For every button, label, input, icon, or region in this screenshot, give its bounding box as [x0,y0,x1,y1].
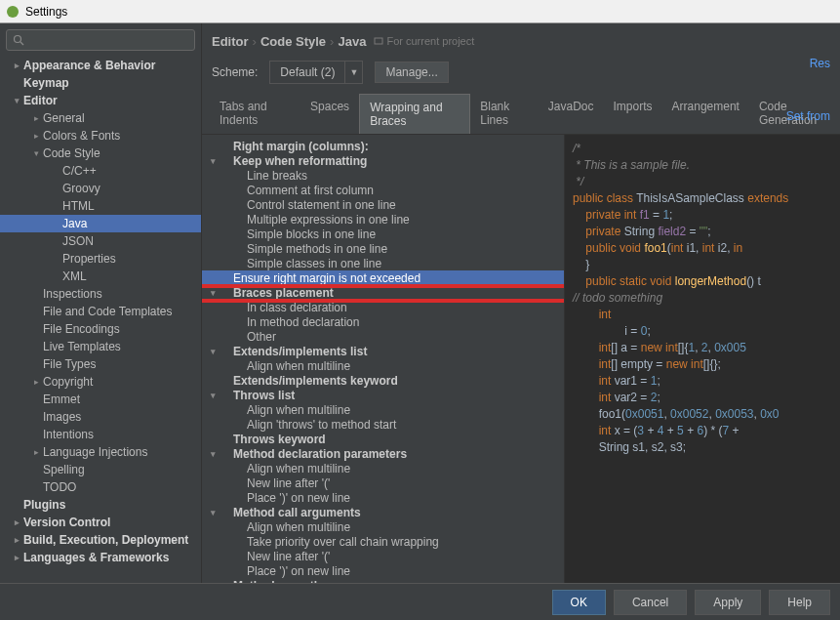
option-label: Keep when reformatting [233,154,367,168]
breadcrumb: Editor › Code Style › Java For current p… [202,23,840,55]
crumb-editor[interactable]: Editor [212,34,249,49]
option-row[interactable]: Simple methods in one line [202,241,564,256]
option-row[interactable]: Simple blocks in one line [202,227,564,241]
tree-item[interactable]: ▾Editor [0,92,201,109]
tree-item[interactable]: C/C++ [0,162,201,180]
tree-item[interactable]: HTML [0,197,201,215]
search-input[interactable] [6,29,195,51]
crumb-codestyle[interactable]: Code Style [260,34,326,49]
tree-item-label: Code Style [43,146,100,160]
option-row[interactable]: ▾Keep when reformatting [202,153,564,168]
tree-item[interactable]: File and Code Templates [0,303,201,320]
option-row[interactable]: OtherEnd of line [202,329,564,344]
option-row[interactable]: In class declarationEnd of line [202,300,564,314]
option-row[interactable]: Extends/implements keywordDo not wrap [202,373,564,388]
option-row[interactable]: Simple classes in one line [202,256,564,270]
tree-item-label: File Encodings [43,322,120,336]
code-line: // todo something [573,290,840,307]
option-row[interactable]: Align when multiline [202,358,564,373]
tree-item[interactable]: ▸Languages & Frameworks [0,549,201,566]
tree-item[interactable]: ▸General [0,109,201,127]
tree-item[interactable]: XML [0,268,201,285]
manage-button[interactable]: Manage... [375,62,448,83]
option-row[interactable]: Comment at first column [202,183,564,197]
tree-item[interactable]: TODO [0,478,201,496]
tree-item[interactable]: Properties [0,250,201,268]
option-row[interactable]: Align when multiline [202,461,564,475]
code-line: public void foo1(int i1, int i2, in [573,240,840,257]
option-label: Multiple expressions in one line [247,213,410,227]
tree-item[interactable]: JSON [0,232,201,250]
tree-item[interactable]: Images [0,408,201,426]
cancel-button[interactable]: Cancel [614,590,687,615]
scheme-select[interactable]: Default (2) ▼ [269,61,363,84]
tree-item[interactable]: Keymap [0,74,201,92]
option-label: Method parentheses [233,579,347,584]
scheme-label: Scheme: [212,65,258,79]
ok-button[interactable]: OK [552,590,606,615]
tree-item[interactable]: Intentions [0,426,201,443]
tree-item[interactable]: ▸Copyright [0,373,201,391]
option-row[interactable]: Right margin (columns):Default (General) [202,139,564,153]
option-label: Method call arguments [233,506,361,519]
settings-tree[interactable]: ▸Appearance & BehaviorKeymap▾Editor▸Gene… [0,57,201,583]
tree-item[interactable]: Groovy [0,180,201,197]
tree-item[interactable]: File Types [0,355,201,373]
option-row[interactable]: New line after '(' [202,549,564,563]
option-row[interactable]: Place ')' on new line [202,563,564,578]
option-row[interactable]: ▾Method parentheses [202,578,564,583]
option-row[interactable]: Throws keywordDo not wrap [202,432,564,446]
help-button[interactable]: Help [769,590,830,615]
tab[interactable]: Spaces [300,94,359,134]
expand-icon: ▸ [12,535,21,545]
tab[interactable]: Blank Lines [470,94,539,134]
options-list[interactable]: Right margin (columns):Default (General)… [202,135,565,583]
expand-icon: ▾ [208,449,218,459]
tree-item[interactable]: File Encodings [0,320,201,338]
option-row[interactable]: ▾Braces placement [202,285,564,300]
apply-button[interactable]: Apply [695,590,761,615]
option-row[interactable]: ▾Method declaration parametersDo not wra… [202,446,564,461]
code-line: int[] empty = new int[]{}; [573,356,840,373]
expand-icon: ▾ [12,96,21,105]
tab[interactable]: Imports [604,94,662,134]
tree-item[interactable]: ▸Appearance & Behavior [0,57,201,74]
tree-item[interactable]: Emmet [0,391,201,408]
tree-item[interactable]: Inspections [0,285,201,303]
set-from-link[interactable]: Set from [786,109,830,123]
option-row[interactable]: ▾Method call argumentsDo not wrap [202,505,564,519]
option-row[interactable]: Align when multiline [202,519,564,534]
tree-item[interactable]: ▸Language Injections [0,443,201,461]
tree-item[interactable]: ▾Code Style [0,145,201,162]
tree-item-label: Intentions [43,428,94,441]
option-row[interactable]: Place ')' on new line [202,490,564,505]
tab-bar: Tabs and IndentsSpacesWrapping and Brace… [202,94,840,135]
tree-item[interactable]: Live Templates [0,338,201,355]
tab[interactable]: JavaDoc [539,94,604,134]
tree-item[interactable]: Java [0,215,201,232]
reset-link[interactable]: Res [810,57,830,70]
tab[interactable]: Arrangement [662,94,749,134]
option-row[interactable]: In method declarationEnd of line [202,314,564,329]
option-row[interactable]: Line breaks [202,168,564,183]
tab[interactable]: Wrapping and Braces [359,94,470,134]
option-label: Method declaration parameters [233,447,407,461]
tree-item[interactable]: ▸Version Control [0,514,201,531]
option-row[interactable]: Align 'throws' to method start [202,417,564,432]
option-row[interactable]: New line after '(' [202,475,564,490]
tree-item[interactable]: Plugins [0,496,201,514]
tab[interactable]: Tabs and Indents [210,94,300,134]
option-row[interactable]: ▾Extends/implements listDo not wrap [202,344,564,358]
option-label: Align when multiline [247,462,350,475]
tree-item-label: Colors & Fonts [43,129,120,143]
tree-item[interactable]: ▸Build, Execution, Deployment [0,531,201,549]
option-row[interactable]: Align when multiline [202,402,564,417]
tree-item[interactable]: Spelling [0,461,201,478]
tree-item[interactable]: ▸Colors & Fonts [0,127,201,145]
option-row[interactable]: Control statement in one line [202,197,564,212]
option-row[interactable]: ▾Throws listDo not wrap [202,388,564,402]
option-row[interactable]: Ensure right margin is not exceeded [202,270,564,285]
code-line: String s1, s2, s3; [573,439,840,456]
option-row[interactable]: Take priority over call chain wrapping [202,534,564,549]
option-row[interactable]: Multiple expressions in one line [202,212,564,227]
